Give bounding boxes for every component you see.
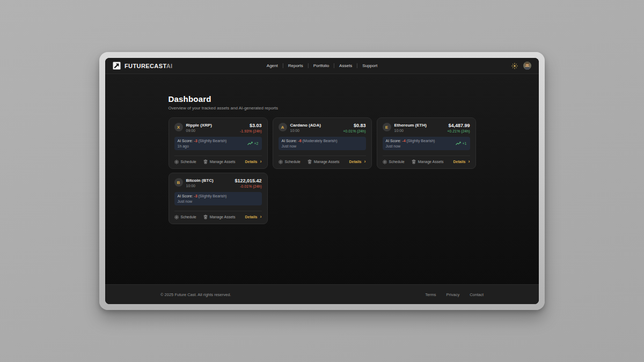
footer-link-privacy[interactable]: Privacy (447, 292, 460, 297)
asset-name: Ripple (XRP) (186, 123, 212, 128)
brand-name: FUTURECASTAI (125, 63, 173, 69)
footer-link-terms[interactable]: Terms (425, 292, 436, 297)
nav-item-assets[interactable]: Assets (334, 63, 357, 68)
trending-up-icon (247, 142, 253, 145)
ai-score-value: -6 (298, 139, 301, 143)
nav-item-support[interactable]: Support (357, 63, 382, 68)
ai-updated-ago: Just now (178, 200, 227, 203)
details-button[interactable]: Details › (349, 159, 366, 164)
footer-copyright: © 2025 Future Cast. All rights reserved. (160, 292, 231, 297)
schedule-button[interactable]: Schedule (279, 160, 301, 164)
manage-assets-label: Manage Assets (314, 160, 340, 164)
theme-toggle-sun-icon[interactable] (511, 63, 518, 69)
asset-initial: B (177, 180, 180, 185)
manage-assets-button[interactable]: Manage Assets (203, 215, 236, 219)
app-screen: FUTURECASTAI AgentReportsPortfolioAssets… (105, 58, 539, 304)
asset-initial-badge: A (279, 123, 287, 131)
asset-initial-badge: E (383, 123, 391, 131)
price-change: -0.01% (24h) (235, 184, 261, 188)
gear-icon (174, 215, 179, 219)
ai-score-panel: AI Score:-3(Slightly Bearish) 1h ago +2 (174, 137, 262, 150)
chevron-right-icon: › (469, 159, 470, 164)
ai-sentiment: (Slightly Bearish) (199, 194, 227, 198)
ai-sentiment: (Moderately Bearish) (303, 139, 338, 143)
asset-head-text: Ethereum (ETH) 10:00 (394, 123, 427, 132)
price-change: +0.01% (24h) (343, 129, 365, 133)
trash-icon (308, 159, 312, 164)
page-title: Dashboard (169, 94, 476, 104)
asset-price: $122,015.42 (235, 178, 261, 183)
ai-score-line: AI Score:-3(Slightly Bearish) (178, 139, 227, 143)
app-bar: FUTURECASTAI AgentReportsPortfolioAssets… (105, 58, 539, 74)
app-window: FUTURECASTAI AgentReportsPortfolioAssets… (99, 52, 545, 310)
manage-assets-label: Manage Assets (210, 160, 236, 164)
asset-head-text: Cardano (ADA) 10:00 (290, 123, 321, 132)
trend-value: +2 (254, 142, 259, 145)
ai-score-label: AI Score: (386, 139, 401, 143)
brand-name-secondary: AI (166, 63, 173, 69)
details-button[interactable]: Details › (453, 159, 470, 164)
nav-item-portfolio[interactable]: Portfolio (309, 63, 334, 68)
brand-name-primary: FUTURECAST (125, 63, 166, 69)
trash-icon (203, 215, 208, 219)
schedule-label: Schedule (285, 160, 301, 164)
trend-indicator: +2 (247, 142, 259, 145)
footer-link-contact[interactable]: Contact (470, 292, 484, 297)
footer-inner: © 2025 Future Cast. All rights reserved.… (160, 292, 484, 297)
details-label: Details (453, 160, 466, 164)
footer: © 2025 Future Cast. All rights reserved.… (105, 284, 539, 304)
ai-updated-ago: 1h ago (178, 144, 227, 148)
card-header: B Bitcoin (BTC) 10:00 $122,015.42 -0.01%… (174, 178, 262, 188)
details-button[interactable]: Details › (245, 215, 262, 219)
details-label: Details (245, 160, 258, 164)
card-header: E Ethereum (ETH) 10:00 $4,487.99 +0.21% … (383, 123, 470, 133)
ai-score-line: AI Score:-4(Slightly Bearish) (386, 139, 435, 143)
ai-score-text: AI Score:-3(Slightly Bearish) Just now (178, 194, 227, 203)
price-change: -1.93% (24h) (240, 129, 261, 133)
trend-value: +1 (463, 142, 467, 145)
manage-assets-button[interactable]: Manage Assets (203, 159, 236, 164)
ai-score-text: AI Score:-6(Moderately Bearish) Just now (282, 139, 338, 148)
asset-time: 09:00 (186, 129, 212, 132)
schedule-button[interactable]: Schedule (383, 160, 405, 164)
manage-assets-button[interactable]: Manage Assets (308, 159, 340, 164)
manage-assets-button[interactable]: Manage Assets (412, 159, 444, 164)
asset-time: 10:00 (186, 184, 214, 188)
ai-score-text: AI Score:-4(Slightly Bearish) Just now (386, 139, 435, 148)
asset-name: Ethereum (ETH) (394, 123, 427, 128)
asset-initial-badge: B (174, 178, 183, 187)
ai-score-text: AI Score:-3(Slightly Bearish) 1h ago (178, 139, 227, 148)
gear-icon (174, 160, 179, 164)
manage-assets-label: Manage Assets (210, 215, 236, 219)
ai-score-panel: AI Score:-3(Slightly Bearish) Just now (174, 192, 262, 205)
ai-score-label: AI Score: (282, 139, 297, 143)
asset-name: Cardano (ADA) (290, 123, 321, 128)
ai-sentiment: (Slightly Bearish) (199, 139, 227, 143)
chevron-right-icon: › (364, 159, 366, 164)
price-block: $122,015.42 -0.01% (24h) (235, 178, 261, 188)
schedule-label: Schedule (181, 160, 196, 164)
ai-score-label: AI Score: (178, 194, 193, 198)
asset-price: $3.03 (240, 123, 261, 128)
asset-time: 10:00 (394, 129, 427, 132)
schedule-button[interactable]: Schedule (174, 215, 196, 219)
main-nav: AgentReportsPortfolioAssetsSupport (262, 63, 382, 68)
brand[interactable]: FUTURECASTAI (113, 62, 173, 70)
nav-item-reports[interactable]: Reports (283, 63, 308, 68)
asset-card: A Cardano (ADA) 10:00 $0.83 +0.01% (24h)… (273, 117, 372, 169)
ai-score-value: -4 (402, 139, 405, 143)
details-button[interactable]: Details › (245, 159, 262, 164)
trend-indicator: +1 (456, 142, 467, 145)
asset-card: B Bitcoin (BTC) 10:00 $122,015.42 -0.01%… (169, 173, 268, 224)
trending-up-icon (456, 142, 461, 145)
schedule-button[interactable]: Schedule (174, 160, 196, 164)
nav-item-agent[interactable]: Agent (262, 63, 283, 68)
manage-assets-label: Manage Assets (418, 160, 444, 164)
asset-price: $0.83 (343, 123, 365, 128)
price-change: +0.21% (24h) (447, 129, 470, 133)
price-block: $4,487.99 +0.21% (24h) (447, 123, 470, 133)
asset-name: Bitcoin (BTC) (186, 178, 214, 183)
details-label: Details (349, 160, 362, 164)
user-avatar[interactable] (523, 62, 531, 70)
asset-head-text: Bitcoin (BTC) 10:00 (186, 178, 214, 188)
